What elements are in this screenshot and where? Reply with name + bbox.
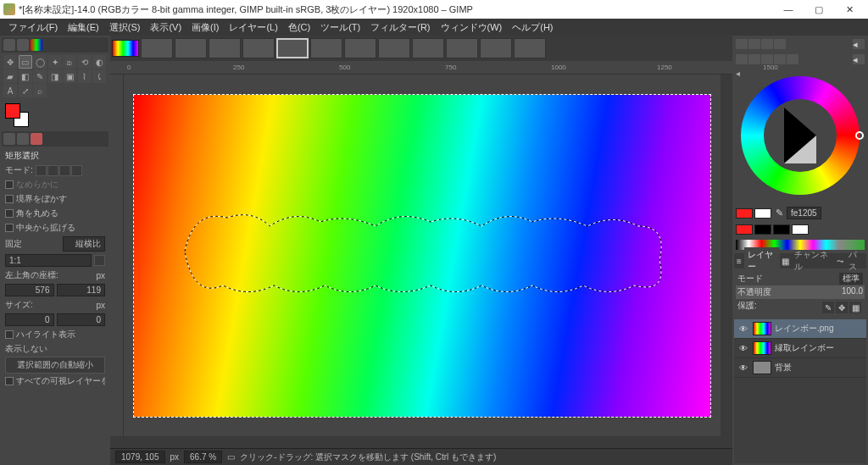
swatch-4[interactable]	[792, 224, 809, 235]
dock-tab-3[interactable]	[31, 39, 42, 51]
maximize-button[interactable]: ▢	[804, 0, 834, 19]
tool-rotate[interactable]: ⟲	[78, 55, 92, 69]
val-pos-y[interactable]: 119	[57, 284, 106, 296]
wheel-handle[interactable]	[855, 131, 864, 140]
tool-fuzzy[interactable]: ✦	[48, 55, 62, 69]
tool-picker[interactable]: ⤢	[19, 84, 32, 97]
scrollbar-horizontal[interactable]	[110, 436, 732, 448]
menu-file[interactable]: ファイル(F)	[3, 19, 63, 36]
r-tab-menu[interactable]: ◂	[853, 39, 865, 49]
tool-gradient[interactable]: ◧	[19, 69, 32, 83]
lock-pixels-icon[interactable]: ✎	[822, 302, 834, 313]
gradient-swatch[interactable]	[112, 40, 139, 57]
tool-eraser[interactable]: ◨	[48, 69, 62, 83]
menu-edit[interactable]: 編集(E)	[63, 19, 104, 36]
r-tab-1[interactable]	[736, 39, 748, 49]
r-tab-b1[interactable]	[736, 54, 748, 64]
swatch-bg[interactable]	[754, 224, 771, 235]
thumb-10[interactable]	[446, 38, 478, 58]
mode-value[interactable]: 標準	[839, 273, 863, 285]
swatch-current[interactable]	[736, 208, 753, 219]
thumb-9[interactable]	[412, 38, 444, 58]
r-tab-b5[interactable]	[787, 54, 798, 64]
btn-autoshrink[interactable]: 選択範囲の自動縮小	[5, 357, 105, 374]
swatch-fg[interactable]	[736, 224, 753, 235]
chk-antialias[interactable]	[5, 180, 14, 189]
tool-smudge[interactable]: ⌇	[78, 69, 92, 83]
r-tab-b2[interactable]	[748, 54, 760, 64]
menu-layer[interactable]: レイヤー(L)	[224, 19, 282, 36]
size-unit[interactable]: px	[96, 301, 105, 310]
menu-tools[interactable]: ツール(T)	[315, 19, 365, 36]
thumb-2[interactable]	[175, 38, 207, 58]
tool-bucket[interactable]: ▰	[3, 69, 17, 83]
visibility-icon[interactable]: 👁	[737, 363, 749, 373]
tool-warp[interactable]: ◐	[92, 55, 106, 69]
val-size-h[interactable]: 0	[57, 313, 106, 326]
visibility-icon[interactable]: 👁	[737, 324, 749, 334]
chk-round[interactable]	[5, 209, 14, 218]
r-tab-3[interactable]	[761, 39, 773, 49]
mode-replace[interactable]	[36, 165, 47, 176]
menu-help[interactable]: ヘルプ(H)	[507, 19, 558, 36]
menu-filters[interactable]: フィルター(R)	[365, 19, 435, 36]
close-button[interactable]: ✕	[834, 0, 865, 19]
tool-opt-tab-2[interactable]	[17, 133, 29, 145]
tool-pencil[interactable]: ✎	[33, 69, 47, 83]
layer-item[interactable]: 👁 レインボー.png	[734, 319, 866, 339]
layer-item[interactable]: 👁 縁取レインボー	[734, 339, 866, 358]
chk-feather[interactable]	[5, 195, 14, 203]
minimize-button[interactable]: —	[773, 0, 804, 19]
thumb-1[interactable]	[141, 38, 173, 58]
layer-name[interactable]: レインボー.png	[775, 323, 863, 335]
chk-highlight[interactable]	[5, 330, 14, 339]
tool-free-select[interactable]: ◯	[33, 55, 47, 69]
fg-color-swatch[interactable]	[5, 103, 20, 119]
tool-rect-select[interactable]: ▭	[19, 55, 32, 69]
eyedropper-icon[interactable]: ✎	[773, 208, 785, 219]
val-fixed-mode[interactable]: 縦横比	[63, 236, 105, 252]
menu-image[interactable]: 画像(I)	[186, 19, 224, 36]
mode-add[interactable]	[47, 165, 58, 176]
r-tab-2[interactable]	[748, 39, 760, 49]
tool-path[interactable]: ⤹	[92, 69, 106, 83]
thumb-11[interactable]	[480, 38, 512, 58]
collapse-icon[interactable]: ◂	[736, 69, 744, 78]
menu-view[interactable]: 表示(V)	[145, 19, 186, 36]
thumb-6[interactable]	[310, 38, 342, 58]
menu-colors[interactable]: 色(C)	[283, 19, 315, 36]
thumb-5[interactable]	[276, 38, 309, 58]
lock-alpha-icon[interactable]: ▦	[849, 302, 861, 313]
opacity-value[interactable]: 100.0	[842, 286, 863, 298]
mode-intersect[interactable]	[71, 165, 82, 176]
tool-zoom[interactable]: ⌕	[33, 84, 47, 97]
color-wheel[interactable]: ◂	[734, 68, 866, 203]
dock-tab-2[interactable]	[17, 39, 29, 51]
canvas-area[interactable]	[124, 75, 721, 436]
thumb-7[interactable]	[344, 38, 376, 58]
status-zoom[interactable]: 66.7 %	[184, 451, 222, 463]
tool-clone[interactable]: ▣	[63, 69, 76, 83]
chk-alllayers[interactable]	[5, 377, 14, 385]
mode-subtract[interactable]	[59, 165, 70, 176]
menu-windows[interactable]: ウィンドウ(W)	[436, 19, 508, 36]
ratio-orient[interactable]	[94, 255, 105, 266]
val-size-w[interactable]: 0	[5, 313, 54, 326]
hex-input[interactable]: fe1205	[787, 207, 821, 219]
val-ratio[interactable]: 1:1	[5, 254, 92, 267]
thumb-8[interactable]	[378, 38, 410, 58]
thumb-4[interactable]	[242, 38, 275, 58]
val-pos-x[interactable]: 576	[5, 284, 54, 296]
tool-opt-tab-3[interactable]	[31, 133, 42, 145]
swatch-prev[interactable]	[754, 208, 771, 219]
layer-name[interactable]: 縁取レインボー	[775, 342, 863, 354]
chk-expand-center[interactable]	[5, 224, 14, 232]
tool-crop[interactable]: ⎄	[63, 55, 76, 69]
menu-select[interactable]: 選択(S)	[104, 19, 146, 36]
status-unit[interactable]: px	[170, 452, 180, 462]
scrollbar-vertical[interactable]	[721, 75, 732, 436]
pos-unit[interactable]: px	[96, 271, 105, 280]
layer-name[interactable]: 背景	[775, 362, 863, 374]
tool-move[interactable]: ✥	[3, 55, 17, 69]
layer-item[interactable]: 👁 背景	[734, 358, 866, 378]
